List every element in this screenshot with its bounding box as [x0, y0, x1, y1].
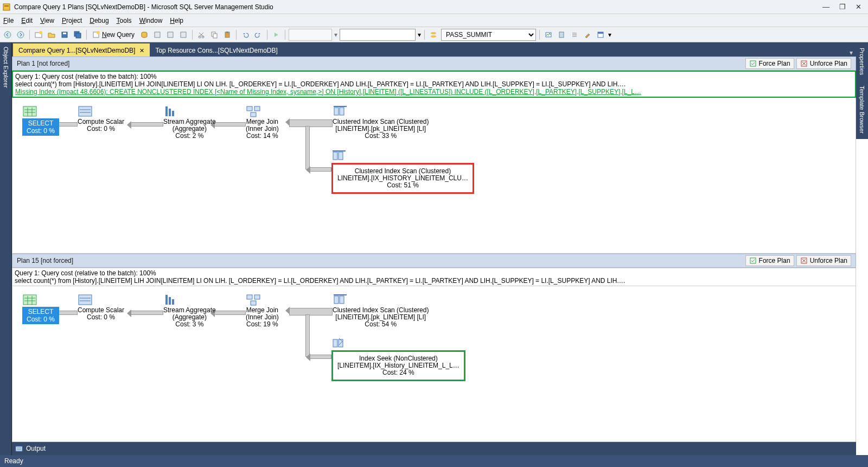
plan2-scan1-node[interactable]: Clustered Index Scan (Clustered) [LINEIT… — [333, 294, 429, 328]
plan1-title: Plan 1 [not forced] — [17, 60, 69, 67]
app-icon — [2, 3, 11, 11]
close-button[interactable]: ✕ — [856, 3, 861, 11]
document-tabs: Compare Query 1...[SQLvNextDemoDB]✕ Top … — [12, 42, 856, 56]
tools-icon[interactable] — [582, 29, 593, 40]
minimize-button[interactable]: — — [822, 3, 829, 11]
plan1-scan2-node[interactable]: Clustered Index Scan (Clustered) LINEITE… — [331, 150, 474, 194]
options-icon[interactable] — [569, 29, 580, 40]
tab-top-resource[interactable]: Top Resource Cons...[SQLvNextDemoDB] — [150, 43, 283, 56]
svg-rect-46 — [165, 295, 168, 305]
plan2-compute-node[interactable]: Compute Scalar Cost: 0 % — [78, 294, 124, 321]
svg-rect-49 — [247, 295, 252, 299]
tab-compare-plans[interactable]: Compare Query 1...[SQLvNextDemoDB]✕ — [13, 43, 150, 56]
registered-servers-icon[interactable] — [556, 29, 567, 40]
status-bar: Ready — [0, 455, 868, 467]
maximize-button[interactable]: ❐ — [839, 3, 846, 11]
open-icon[interactable] — [46, 29, 57, 40]
plan2-select-node[interactable]: SELECTCost: 0 % — [22, 294, 59, 324]
db-list-icon[interactable] — [428, 29, 439, 40]
plan2-canvas[interactable]: SELECTCost: 0 % Compute Scalar Cost: 0 %… — [12, 286, 856, 442]
menu-edit[interactable]: Edit — [21, 17, 33, 24]
plan2-force-button[interactable]: Force Plan — [745, 255, 794, 266]
dmx-query-icon[interactable] — [165, 29, 176, 40]
xmla-query-icon[interactable] — [178, 29, 189, 40]
plan1-aggregate-node[interactable]: Stream Aggregate (Aggregate) Cost: 2 % — [163, 105, 216, 140]
new-query-button[interactable]: New Query — [90, 29, 137, 41]
svg-rect-48 — [172, 299, 174, 305]
menu-project[interactable]: Project — [62, 17, 82, 24]
db-engine-query-icon[interactable] — [139, 29, 150, 40]
copy-icon[interactable] — [209, 29, 220, 40]
save-icon[interactable] — [59, 29, 70, 40]
menu-help[interactable]: Help — [170, 17, 183, 24]
svg-rect-19 — [213, 34, 217, 38]
nav-back-icon[interactable] — [2, 29, 13, 40]
nav-fwd-icon[interactable] — [15, 29, 26, 40]
redo-icon[interactable] — [253, 29, 264, 40]
svg-point-2 — [4, 31, 11, 38]
svg-rect-56 — [16, 446, 22, 451]
svg-rect-28 — [750, 61, 756, 66]
menu-window[interactable]: Window — [139, 17, 163, 24]
svg-rect-38 — [334, 108, 339, 115]
execute-icon[interactable] — [271, 29, 282, 40]
plan2-seek-node[interactable]: Index Seek (NonClustered) [LINEITEM].[IX… — [331, 337, 465, 381]
svg-point-22 — [431, 32, 436, 34]
find-combo[interactable] — [340, 29, 416, 41]
svg-rect-40 — [333, 152, 337, 160]
tab-overflow-icon[interactable]: ▾ — [846, 49, 856, 56]
object-explorer-tab[interactable]: Object Explorer — [0, 42, 12, 455]
undo-icon[interactable] — [240, 29, 251, 40]
cut-icon[interactable] — [196, 29, 207, 40]
plan1-force-button[interactable]: Force Plan — [745, 58, 794, 69]
mdx-query-icon[interactable] — [152, 29, 163, 40]
plan1-select-node[interactable]: SELECTCost: 0 % — [22, 105, 59, 136]
output-panel-tab[interactable]: Output — [12, 442, 856, 455]
svg-rect-51 — [251, 301, 256, 305]
plan1-compute-node[interactable]: Compute Scalar Cost: 0 % — [78, 105, 124, 132]
menu-tools[interactable]: Tools — [117, 17, 132, 24]
svg-rect-39 — [340, 108, 344, 115]
solution-combo[interactable] — [289, 29, 332, 41]
svg-rect-31 — [79, 106, 92, 116]
svg-rect-15 — [181, 32, 186, 37]
plan1-header: Plan 1 [not forced] Force Plan Unforce P… — [12, 56, 856, 71]
svg-point-5 — [39, 31, 42, 34]
menu-file[interactable]: File — [3, 17, 14, 24]
menu-bar: File Edit View Project Debug Tools Windo… — [0, 14, 868, 27]
database-combo[interactable]: PASS_SUMMIT — [441, 29, 536, 41]
window-title: Compare Query 1 Plans [SQLvNextDemoDB] -… — [14, 3, 822, 11]
activity-monitor-icon[interactable] — [543, 29, 554, 40]
plan2-merge-node[interactable]: Merge Join (Inner Join) Cost: 19 % — [246, 294, 279, 328]
menu-view[interactable]: View — [40, 17, 54, 24]
plan1-canvas[interactable]: SELECTCost: 0 % Compute Scalar Cost: 0 %… — [12, 98, 856, 254]
svg-rect-52 — [334, 296, 339, 304]
svg-rect-36 — [254, 106, 260, 111]
plan1-merge-node[interactable]: Merge Join (Inner Join) Cost: 14 % — [246, 105, 279, 140]
paste-icon[interactable] — [222, 29, 233, 40]
plan2-aggregate-node[interactable]: Stream Aggregate (Aggregate) Cost: 3 % — [163, 294, 216, 328]
svg-rect-25 — [559, 32, 564, 37]
plan1-unforce-button[interactable]: Unforce Plan — [796, 58, 851, 69]
svg-rect-27 — [598, 32, 603, 34]
svg-rect-45 — [79, 295, 92, 305]
menu-debug[interactable]: Debug — [90, 17, 108, 24]
plan1-scan1-node[interactable]: Clustered Index Scan (Clustered) [LINEIT… — [333, 105, 429, 140]
properties-tab[interactable]: Properties — [856, 42, 868, 80]
template-browser-tab[interactable]: Template Browser — [856, 80, 868, 139]
svg-point-11 — [97, 31, 100, 34]
svg-rect-32 — [165, 106, 168, 116]
plan2-unforce-button[interactable]: Unforce Plan — [796, 255, 851, 266]
new-project-icon[interactable] — [33, 29, 44, 40]
svg-rect-42 — [750, 258, 756, 263]
tab-close-icon[interactable]: ✕ — [139, 47, 144, 54]
plan1-query-text: Query 1: Query cost (relative to the bat… — [12, 71, 856, 98]
window-layout-icon[interactable] — [595, 29, 606, 40]
svg-rect-0 — [3, 4, 10, 10]
plan2-header: Plan 15 [not forced] Force Plan Unforce … — [12, 254, 856, 268]
svg-rect-41 — [339, 152, 343, 160]
save-all-icon[interactable] — [72, 29, 83, 40]
svg-rect-13 — [155, 32, 160, 37]
svg-rect-47 — [169, 297, 171, 305]
svg-rect-50 — [254, 295, 260, 299]
